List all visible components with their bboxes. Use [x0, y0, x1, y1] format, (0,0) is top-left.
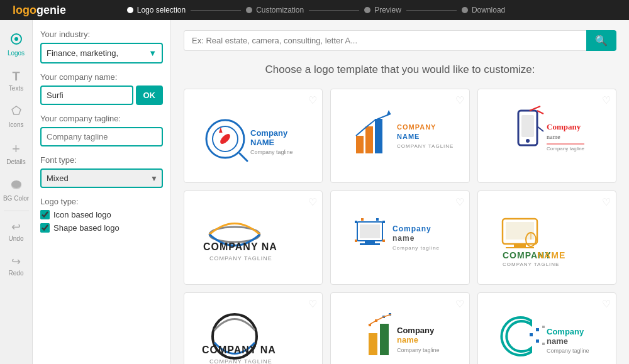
- shape-based-checkbox[interactable]: [40, 223, 50, 233]
- heart-icon-6[interactable]: ♡: [602, 196, 611, 208]
- svg-text:Company: Company: [250, 128, 288, 138]
- logo-card-6[interactable]: ♡ COMPANY NAME COMPANY TAGLINE: [477, 190, 616, 285]
- undo-icon: ↩: [11, 220, 21, 234]
- nav-icons-label: Icons: [9, 121, 24, 128]
- heart-icon-2[interactable]: ♡: [455, 94, 464, 106]
- heart-icon-1[interactable]: ♡: [308, 94, 317, 106]
- step-dot-1: [127, 7, 133, 13]
- ok-button[interactable]: OK: [136, 85, 164, 105]
- industry-section: Your industry: Finance, marketing, ▼: [40, 30, 163, 63]
- step-dot-3: [364, 7, 370, 13]
- svg-rect-38: [382, 221, 385, 223]
- svg-line-9: [240, 153, 247, 161]
- svg-point-7: [218, 132, 231, 145]
- logo-part: logo: [13, 4, 36, 16]
- company-name-input-group: OK: [40, 85, 163, 105]
- logo-card-2[interactable]: ♡ COMPANY NAME COMPANY TAGLINE: [330, 89, 469, 183]
- svg-text:COMPANY TAGLINE: COMPANY TAGLINE: [209, 255, 272, 262]
- heart-icon-8[interactable]: ♡: [455, 298, 464, 310]
- svg-text:Company: Company: [397, 326, 435, 335]
- logo-svg-3: Company name Company tagline: [484, 101, 610, 170]
- svg-rect-71: [542, 343, 545, 345]
- logo-card-4[interactable]: ♡ COMPANY NA COMPANY TAGLINE: [184, 190, 323, 285]
- logo-svg-8: Company name Company tagline: [337, 302, 463, 364]
- svg-text:name: name: [397, 335, 418, 345]
- heart-icon-3[interactable]: ♡: [602, 94, 611, 106]
- step-preview: Preview: [364, 6, 401, 14]
- svg-rect-48: [514, 244, 526, 247]
- svg-text:Company: Company: [392, 224, 431, 233]
- logo-grid: ♡ Company NAME Company tagline ♡: [184, 89, 616, 364]
- svg-rect-21: [521, 115, 534, 137]
- svg-text:COMPANY: COMPANY: [397, 123, 436, 131]
- logo-svg-9: Company name Company tagline: [484, 302, 610, 364]
- logo-type-section: Logo type: Icon based logo Shape based l…: [40, 197, 163, 233]
- logos-icon: [10, 33, 23, 48]
- app-logo: logogenie: [13, 4, 66, 17]
- svg-text:Company: Company: [547, 122, 581, 131]
- svg-text:Company tagline: Company tagline: [250, 149, 293, 155]
- heart-icon-4[interactable]: ♡: [308, 196, 317, 208]
- nav-logos[interactable]: Logos: [0, 26, 32, 63]
- step-line-1: [191, 10, 241, 11]
- step-dot-4: [462, 7, 468, 13]
- shape-based-item: Shape based logo: [40, 223, 163, 233]
- svg-rect-69: [536, 339, 539, 343]
- svg-rect-41: [361, 218, 364, 221]
- step-dot-2: [246, 7, 252, 13]
- svg-rect-47: [506, 222, 534, 240]
- font-type-select[interactable]: Mixed Serif Sans-serif Script: [40, 168, 163, 188]
- nav-undo[interactable]: ↩ Undo: [0, 214, 32, 248]
- industry-select[interactable]: Finance, marketing, ▼: [40, 43, 163, 63]
- sidebar: Your industry: Finance, marketing, ▼ You…: [33, 20, 171, 364]
- font-type-section: Font type: Mixed Serif Sans-serif Script…: [40, 155, 163, 188]
- logo-svg-1: Company NAME Company tagline: [191, 101, 316, 170]
- svg-marker-2: [12, 106, 21, 114]
- svg-point-22: [526, 139, 530, 143]
- industry-value: Finance, marketing,: [47, 48, 118, 58]
- heart-icon-5[interactable]: ♡: [455, 196, 464, 208]
- svg-text:NAME: NAME: [250, 138, 275, 147]
- nav-icons[interactable]: Icons: [0, 98, 32, 135]
- nav-bg-color[interactable]: BG Color: [0, 172, 32, 208]
- search-button[interactable]: 🔍: [586, 30, 616, 51]
- nav-bg-color-label: BG Color: [3, 195, 29, 202]
- tagline-input[interactable]: [40, 127, 163, 146]
- company-name-input[interactable]: [40, 85, 133, 105]
- industry-dropdown-icon: ▼: [148, 48, 157, 58]
- industry-wrapper: Finance, marketing, ▼: [40, 43, 163, 63]
- svg-text:Company tagline: Company tagline: [547, 146, 585, 152]
- header: logogenie Logo selection Customization P…: [0, 0, 629, 20]
- logo-card-5[interactable]: ♡ Company name Company tagline: [330, 190, 469, 285]
- search-bar: 🔍: [184, 30, 616, 51]
- logo-card-1[interactable]: ♡ Company NAME Company tagline: [184, 89, 323, 183]
- logo-card-8[interactable]: ♡ Company name Company tagline: [330, 292, 469, 364]
- svg-text:COMPANY NA: COMPANY NA: [203, 241, 277, 252]
- industry-label: Your industry:: [40, 30, 163, 39]
- nav-details[interactable]: + Details: [0, 135, 32, 172]
- svg-rect-13: [356, 136, 364, 153]
- heart-icon-9[interactable]: ♡: [602, 298, 611, 310]
- logo-card-9[interactable]: ♡ Company name Company tagline: [477, 292, 616, 364]
- logo-svg-4: COMPANY NA COMPANY TAGLINE: [191, 200, 316, 275]
- nav-texts[interactable]: T Texts: [0, 63, 32, 98]
- svg-text:name: name: [547, 336, 568, 346]
- shape-based-label: Shape based logo: [53, 223, 120, 233]
- texts-icon: T: [12, 69, 19, 84]
- nav-redo[interactable]: ↪ Redo: [0, 248, 32, 283]
- logo-svg-7: COMPANY NA COMPANY TAGLINE: [191, 302, 316, 364]
- svg-text:COMPANY TAGLINE: COMPANY TAGLINE: [397, 143, 454, 149]
- heart-icon-7[interactable]: ♡: [308, 298, 317, 310]
- logo-card-3[interactable]: ♡ Company name Company tagline: [477, 89, 616, 183]
- nav-texts-label: Texts: [9, 85, 23, 92]
- svg-marker-16: [386, 110, 391, 116]
- logo-card-7[interactable]: ♡ COMPANY NA COMPANY TAGLINE: [184, 292, 323, 364]
- svg-text:name: name: [392, 234, 415, 243]
- icon-based-checkbox[interactable]: [40, 210, 50, 219]
- svg-rect-40: [382, 240, 385, 242]
- svg-rect-14: [365, 126, 373, 153]
- tagline-label: Your company tagline:: [40, 114, 163, 123]
- progress-steps: Logo selection Customization Preview Dow…: [66, 6, 566, 14]
- search-input[interactable]: [184, 30, 586, 51]
- svg-rect-49: [506, 247, 534, 248]
